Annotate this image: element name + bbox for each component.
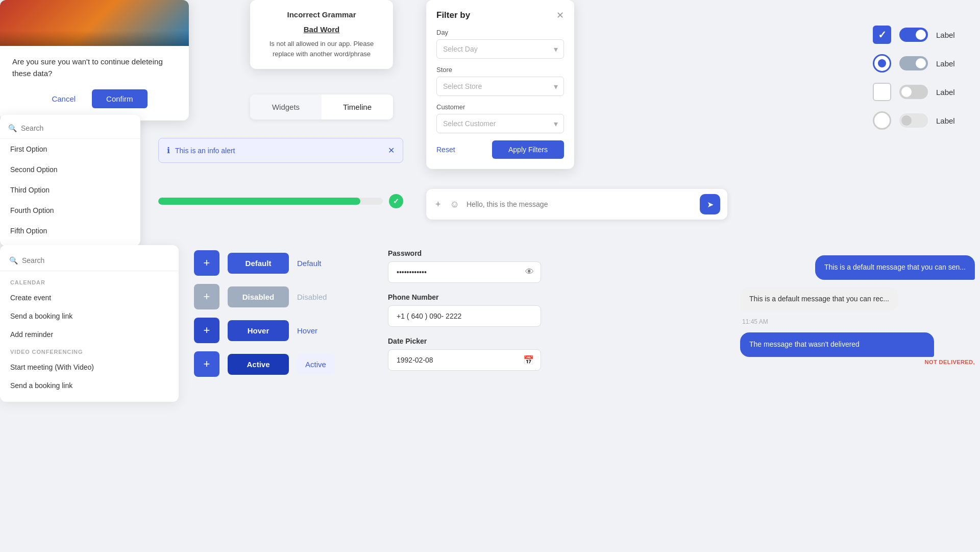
- message-input[interactable]: [467, 200, 695, 208]
- dropdown-search: 🔍: [0, 120, 140, 139]
- alert-info-icon: ℹ: [167, 146, 170, 155]
- radio-empty[interactable]: [873, 111, 891, 130]
- date-group: Date Picker 📅: [388, 337, 541, 371]
- sidebar-item-start-meeting[interactable]: Start meeting (With Video): [0, 358, 179, 376]
- calendar-icon[interactable]: 📅: [523, 355, 534, 366]
- plus-icon-default[interactable]: +: [194, 250, 219, 276]
- cancel-button[interactable]: Cancel: [41, 89, 86, 108]
- dropdown-item-0[interactable]: First Option: [0, 139, 140, 159]
- grammar-card-desc: Is not all allowed in our app. Please re…: [262, 39, 381, 59]
- progress-bar-background: [158, 198, 383, 205]
- grammar-card-title: Incorrect Grammar: [262, 10, 381, 19]
- radio-filled[interactable]: [873, 54, 891, 73]
- add-attachment-button[interactable]: +: [433, 197, 443, 212]
- filter-actions: Reset Apply Filters: [436, 140, 564, 159]
- link-btn-disabled: Disabled: [297, 286, 327, 307]
- sidebar-item-add-reminder[interactable]: Add reminder: [0, 325, 179, 344]
- dropdown-item-4[interactable]: Fifth Option: [0, 221, 140, 241]
- send-message-button[interactable]: ➤: [700, 194, 720, 214]
- filter-customer-label: Customer: [436, 103, 564, 111]
- dialog-actions: Cancel Confirm: [0, 89, 189, 108]
- checkbox-empty[interactable]: [873, 83, 891, 101]
- dropdown-item-3[interactable]: Fourth Option: [0, 200, 140, 221]
- control-label-3: Label: [936, 88, 955, 97]
- filter-panel-title: Filter by: [436, 10, 470, 20]
- progress-bar-fill: [158, 198, 360, 205]
- plus-icon-hover[interactable]: +: [194, 318, 219, 343]
- checkbox-checked[interactable]: ✓: [873, 26, 891, 44]
- link-btn-hover[interactable]: Hover: [297, 320, 317, 341]
- chat-bubble-received-1: This is a default message that you can r…: [740, 287, 898, 311]
- password-input[interactable]: [388, 261, 541, 283]
- sidebar-search: 🔍: [0, 252, 179, 271]
- control-row-2: Label: [873, 54, 975, 73]
- plus-icon-disabled: +: [194, 284, 219, 309]
- day-select[interactable]: Select Day: [436, 39, 564, 59]
- button-row-active: + Active Active: [194, 351, 334, 377]
- control-row-4: Label: [873, 111, 975, 130]
- toggle-on-1[interactable]: [899, 28, 928, 42]
- apply-filters-button[interactable]: Apply Filters: [492, 140, 564, 159]
- password-label: Password: [388, 249, 541, 257]
- phone-input[interactable]: [388, 305, 541, 327]
- alert-close-button[interactable]: ✕: [388, 146, 395, 155]
- toggle-off-2[interactable]: [899, 113, 928, 128]
- confirm-button[interactable]: Confirm: [92, 89, 148, 108]
- bad-word: Bad Word: [262, 25, 381, 34]
- phone-input-wrapper: [388, 305, 541, 327]
- dropdown-item-1[interactable]: Second Option: [0, 159, 140, 180]
- filter-day-label: Day: [436, 29, 564, 36]
- check-icon: ✓: [878, 29, 887, 41]
- control-label-1: Label: [936, 31, 955, 39]
- filter-store-label: Store: [436, 66, 564, 74]
- chat-timestamp-1: 11:45 AM: [740, 318, 768, 325]
- form-section: Password 👁 Phone Number Date Picker 📅: [388, 249, 541, 381]
- date-input[interactable]: [388, 349, 541, 371]
- state-btn-disabled: Disabled: [228, 286, 289, 307]
- filter-panel-header: Filter by ✕: [436, 10, 564, 20]
- store-select[interactable]: Select Store: [436, 77, 564, 96]
- store-select-wrapper: Select Store: [436, 77, 564, 96]
- dropdown-list: 🔍 First Option Second Option Third Optio…: [0, 115, 140, 246]
- dialog-body: Are you sure you wan't to continue delet…: [0, 46, 189, 89]
- plus-icon-active[interactable]: +: [194, 351, 219, 377]
- sidebar-item-booking-link[interactable]: Send a booking link: [0, 307, 179, 325]
- sidebar-section-video-label: VIDEO CONFERENCING: [0, 344, 179, 358]
- filter-panel: Filter by ✕ Day Select Day Store Select …: [426, 0, 574, 169]
- confirm-dialog: Are you sure you wan't to continue delet…: [0, 0, 189, 121]
- emoji-button[interactable]: ☺: [448, 197, 461, 212]
- sidebar-item-create-event[interactable]: Create event: [0, 289, 179, 307]
- customer-select-wrapper: Select Customer: [436, 114, 564, 133]
- sidebar-item-booking-link-video[interactable]: Send a booking link: [0, 376, 179, 395]
- state-btn-hover[interactable]: Hover: [228, 320, 289, 341]
- filter-close-button[interactable]: ✕: [556, 11, 564, 20]
- button-row-default: + Default Default: [194, 250, 334, 276]
- search-icon: 🔍: [8, 124, 17, 132]
- controls-section: ✓ Label Label Label Label: [868, 20, 980, 135]
- toggle-half-1[interactable]: [899, 56, 928, 70]
- reset-button[interactable]: Reset: [436, 146, 455, 154]
- alert-left: ℹ This is an info alert: [167, 146, 235, 155]
- link-btn-active[interactable]: Active: [297, 354, 334, 375]
- tab-widgets[interactable]: Widgets: [250, 94, 322, 119]
- tabs-container: Widgets Timeline: [250, 94, 393, 119]
- tab-timeline[interactable]: Timeline: [322, 94, 393, 119]
- day-select-wrapper: Select Day: [436, 39, 564, 59]
- sidebar-search-input[interactable]: [22, 256, 169, 265]
- customer-select[interactable]: Select Customer: [436, 114, 564, 133]
- toggle-off-1[interactable]: [899, 85, 928, 99]
- message-input-bar: + ☺ ➤: [426, 189, 727, 220]
- state-btn-active[interactable]: Active: [228, 354, 289, 375]
- not-delivered-label: NOT DELIVERED,: [740, 359, 975, 365]
- password-eye-icon[interactable]: 👁: [525, 267, 534, 277]
- date-input-wrapper: 📅: [388, 349, 541, 371]
- link-btn-default[interactable]: Default: [297, 253, 322, 274]
- dropdown-search-input[interactable]: [21, 124, 132, 132]
- password-group: Password 👁: [388, 249, 541, 283]
- password-input-wrapper: 👁: [388, 261, 541, 283]
- progress-check-icon: ✓: [389, 194, 403, 208]
- state-btn-default[interactable]: Default: [228, 253, 289, 274]
- phone-label: Phone Number: [388, 293, 541, 301]
- dropdown-item-2[interactable]: Third Option: [0, 180, 140, 200]
- control-row-1: ✓ Label: [873, 26, 975, 44]
